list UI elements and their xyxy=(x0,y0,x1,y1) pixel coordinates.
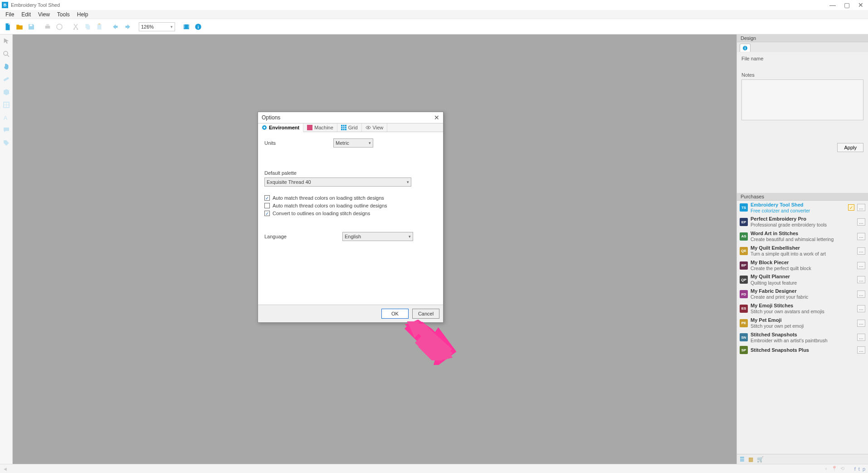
purchase-more-button[interactable]: … xyxy=(857,320,865,327)
svg-rect-8 xyxy=(98,24,102,30)
svg-point-5 xyxy=(77,28,78,30)
grid-tab-icon xyxy=(341,125,346,130)
purchase-more-button[interactable]: … xyxy=(857,218,865,226)
copy-icon[interactable] xyxy=(83,22,93,32)
facebook-icon[interactable]: f xyxy=(854,466,856,472)
tag-icon[interactable] xyxy=(1,138,11,148)
ruler-icon[interactable] xyxy=(1,74,11,84)
zoom-select[interactable]: 126% xyxy=(139,22,175,31)
pointer-icon[interactable] xyxy=(1,36,11,46)
menu-tools[interactable]: Tools xyxy=(54,10,73,19)
status-refresh-icon[interactable]: ⟲ xyxy=(840,466,844,472)
purchase-more-button[interactable]: … xyxy=(857,276,865,283)
design-info-tab[interactable]: i xyxy=(740,44,751,52)
paste-icon[interactable] xyxy=(94,22,104,32)
tab-environment[interactable]: Environment xyxy=(258,123,303,132)
purchase-title: Perfect Embroidery Pro xyxy=(751,216,854,222)
chat-icon[interactable] xyxy=(1,125,11,135)
purchase-more-button[interactable]: … xyxy=(857,334,865,341)
svg-marker-36 xyxy=(405,322,436,345)
purchase-item[interactable]: TSEmbroidery Tool ShedFree colorizer and… xyxy=(737,201,868,215)
title-bar: B Embroidery Tool Shed — ▢ ✕ xyxy=(0,0,868,10)
grid-icon[interactable] xyxy=(1,100,11,110)
purchase-icon: QP xyxy=(740,276,748,284)
purchase-item[interactable]: QPMy Quilt PlannerQuilting layout featur… xyxy=(737,272,868,287)
status-plus-icon[interactable]: ＋ xyxy=(824,465,829,472)
checkbox-convert-outlines[interactable]: ✓ xyxy=(264,211,270,216)
cut-icon[interactable] xyxy=(71,22,81,32)
undo-icon[interactable] xyxy=(111,22,121,32)
purchase-item[interactable]: PEMy Pet EmojiStitch your own pet emoji✓… xyxy=(737,316,868,330)
info-icon[interactable]: i xyxy=(193,22,203,32)
pinterest-icon[interactable]: p xyxy=(863,466,865,472)
purchase-item[interactable]: EPPerfect Embroidery ProProfessional gra… xyxy=(737,215,868,229)
purchase-item[interactable]: BPMy Block PiecerCreate the perfect quil… xyxy=(737,258,868,273)
purchase-text: Stitched Snapshots Plus xyxy=(751,347,854,353)
tab-grid[interactable]: Grid xyxy=(337,123,362,132)
status-arrow-left-icon[interactable]: ◄ xyxy=(3,466,8,472)
purchase-item[interactable]: SNStitched SnapshotsEmbroider with an ar… xyxy=(737,330,868,345)
redo-icon[interactable] xyxy=(122,22,132,32)
svg-rect-13 xyxy=(184,27,185,28)
zoom-icon[interactable] xyxy=(1,49,11,59)
purchase-icon: SN xyxy=(740,333,748,341)
window-close-icon[interactable]: ✕ xyxy=(858,1,863,9)
open-file-icon[interactable] xyxy=(15,22,24,32)
purchase-more-button[interactable]: … xyxy=(857,346,865,354)
palette-select[interactable]: Exquisite Thread 40 xyxy=(264,177,411,187)
cart-icon[interactable]: 🛒 xyxy=(757,456,764,463)
purchase-more-button[interactable]: … xyxy=(857,204,865,211)
web-icon[interactable] xyxy=(54,22,64,32)
canvas-area[interactable]: Options ✕ Environment Machine Grid xyxy=(13,34,736,464)
units-select[interactable]: Metric xyxy=(333,138,373,148)
purchase-item[interactable]: ASWord Art in StitchesCreate beautiful a… xyxy=(737,229,868,244)
dialog-close-icon[interactable]: ✕ xyxy=(434,114,439,121)
apply-button[interactable]: Apply xyxy=(837,143,863,152)
language-select[interactable]: English xyxy=(342,232,413,241)
purchase-item[interactable]: SPStitched Snapshots Plus✓… xyxy=(737,345,868,355)
machine-icon xyxy=(307,125,312,130)
menu-edit[interactable]: Edit xyxy=(18,10,34,19)
new-file-icon[interactable] xyxy=(3,22,13,32)
purchase-desc: Turn a simple quilt into a work of art xyxy=(751,251,854,257)
tab-view[interactable]: View xyxy=(362,123,388,132)
twitter-icon[interactable]: t xyxy=(858,466,860,472)
purchases-list[interactable]: TSEmbroidery Tool ShedFree colorizer and… xyxy=(737,201,868,454)
notes-textarea[interactable] xyxy=(741,79,863,120)
purchase-item[interactable]: QEMy Quilt EmbellisherTurn a simple quil… xyxy=(737,244,868,258)
purchase-title: My Block Piecer xyxy=(751,260,854,266)
purchase-more-button[interactable]: … xyxy=(857,262,865,269)
print-icon[interactable] xyxy=(43,22,53,32)
purchase-more-button[interactable]: … xyxy=(857,305,865,312)
dialog-title-text: Options xyxy=(262,114,280,121)
purchase-icon: EP xyxy=(740,218,748,226)
cube-icon[interactable] xyxy=(1,87,11,97)
svg-marker-38 xyxy=(408,323,450,360)
purchase-more-button[interactable]: … xyxy=(857,247,865,255)
purchase-more-button[interactable]: … xyxy=(857,233,865,240)
menu-help[interactable]: Help xyxy=(73,10,92,19)
grid-view-icon[interactable]: ▦ xyxy=(748,456,753,463)
save-icon[interactable] xyxy=(26,22,36,32)
purchase-more-button[interactable]: … xyxy=(857,291,865,298)
list-view-icon[interactable]: ☰ xyxy=(740,456,745,463)
purchase-text: My Fabric DesignerCreate and print your … xyxy=(751,288,854,300)
checkbox-auto-match-stitch[interactable]: ✓ xyxy=(264,195,270,201)
text-icon[interactable]: A xyxy=(1,113,11,123)
window-minimize-icon[interactable]: — xyxy=(829,1,836,9)
ok-button[interactable]: OK xyxy=(381,309,409,319)
film-icon[interactable] xyxy=(181,22,191,32)
arrow-cursor-icon xyxy=(404,318,456,360)
window-maximize-icon[interactable]: ▢ xyxy=(844,1,850,9)
status-marker-icon[interactable]: 📍 xyxy=(831,466,838,472)
pan-icon[interactable] xyxy=(1,62,11,72)
purchase-item[interactable]: FDMy Fabric DesignerCreate and print you… xyxy=(737,287,868,301)
purchase-title: My Fabric Designer xyxy=(751,288,854,294)
checkbox-auto-match-outline[interactable] xyxy=(264,203,270,208)
cancel-button[interactable]: Cancel xyxy=(412,309,439,319)
menu-view[interactable]: View xyxy=(34,10,54,19)
menu-file[interactable]: File xyxy=(2,10,18,19)
tab-machine[interactable]: Machine xyxy=(303,123,337,132)
units-label: Units xyxy=(264,140,328,146)
purchase-item[interactable]: ESMy Emoji StitchesStitch your own avata… xyxy=(737,301,868,316)
